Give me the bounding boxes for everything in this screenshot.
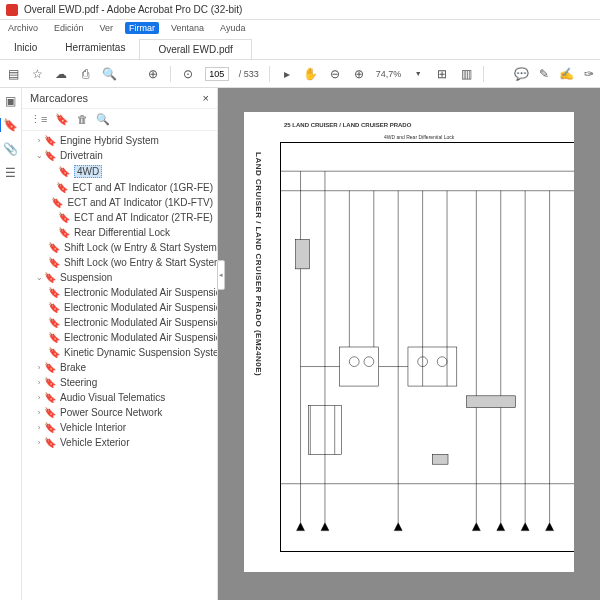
node-avt[interactable]: ›🔖Audio Visual Telematics [22,390,217,405]
window-title: Overall EWD.pdf - Adobe Acrobat Pro DC (… [24,4,242,15]
zoom-in-icon[interactable]: ⊕ [352,67,366,81]
bookmark-tree: ›🔖Engine Hybrid System ⌄🔖Drivetrain 🔖4WD… [22,131,217,600]
stamp-icon[interactable]: ✑ [584,67,594,81]
find-icon[interactable]: 🔍 [96,113,110,126]
cloud-icon[interactable]: ☁ [54,67,68,81]
zoom-out-icon[interactable]: ⊖ [328,67,342,81]
node-ect2[interactable]: 🔖ECT and AT Indicator (1KD-FTV) [22,195,217,210]
node-sl2[interactable]: 🔖Shift Lock (wo Entry & Start System) [22,255,217,270]
node-suspension[interactable]: ⌄🔖Suspension [22,270,217,285]
attachments-icon[interactable]: 📎 [3,142,18,156]
svg-rect-17 [467,396,516,408]
node-ect3[interactable]: 🔖ECT and AT Indicator (2TR-FE) [22,210,217,225]
menu-ver[interactable]: Ver [96,22,118,34]
page-number-input[interactable] [205,67,229,81]
menu-archivo[interactable]: Archivo [4,22,42,34]
main: ▣ 🔖 📎 ☰ Marcadores × ⋮≡ 🔖 🗑 🔍 ›🔖Engine H… [0,88,600,600]
pdf-icon [6,4,18,16]
hand-icon[interactable]: ✋ [304,67,318,81]
node-steering[interactable]: ›🔖Steering [22,375,217,390]
page-top-title: 25 LAND CRUISER / LAND CRUISER PRADO [284,122,411,128]
options-icon[interactable]: ⋮≡ [30,113,47,126]
svg-rect-18 [432,454,448,464]
pointer-icon[interactable]: ▸ [280,67,294,81]
svg-point-25 [437,357,447,367]
svg-rect-14 [340,347,379,386]
toolbar: ▤ ☆ ☁ ⎙ 🔍 ⊕ ⊙ / 533 ▸ ✋ ⊖ ⊕ 74,7% ▼ ⊞ ▥ … [0,60,600,88]
star-icon[interactable]: ☆ [30,67,44,81]
tab-herramientas[interactable]: Herramientas [51,42,139,53]
thumbnails-icon[interactable]: ▣ [5,94,16,108]
delete-icon[interactable]: 🗑 [77,113,88,126]
new-bookmark-icon[interactable]: 🔖 [55,113,69,126]
panel-tools: ⋮≡ 🔖 🗑 🔍 [22,109,217,131]
menu-ventana[interactable]: Ventana [167,22,208,34]
comment-icon[interactable]: 💬 [514,67,529,81]
highlight-icon[interactable]: ✎ [539,67,549,81]
sign-icon[interactable]: ✍ [559,67,574,81]
node-sl1[interactable]: 🔖Shift Lock (w Entry & Start System) [22,240,217,255]
bookmarks-icon[interactable]: 🔖 [0,118,18,132]
tabbar: Inicio Herramientas Overall EWD.pdf [0,36,600,60]
page-down-icon[interactable]: ⊙ [181,67,195,81]
node-kdss[interactable]: 🔖Kinetic Dynamic Suspension System [22,345,217,360]
svg-point-23 [364,357,374,367]
close-icon[interactable]: × [203,92,209,104]
menubar: Archivo Edición Ver Firmar Ventana Ayuda [0,20,600,36]
tab-inicio[interactable]: Inicio [0,42,51,53]
side-rail: ▣ 🔖 📎 ☰ [0,88,22,600]
fit-icon[interactable]: ⊞ [435,67,449,81]
layers-icon[interactable]: ☰ [5,166,16,180]
layout-icon[interactable]: ▥ [459,67,473,81]
node-ect1[interactable]: 🔖ECT and AT Indicator (1GR-FE) [22,180,217,195]
node-vint[interactable]: ›🔖Vehicle Interior [22,420,217,435]
bookmarks-panel: Marcadores × ⋮≡ 🔖 🗑 🔍 ›🔖Engine Hybrid Sy… [22,88,218,600]
svg-point-22 [349,357,359,367]
collapse-handle[interactable]: ◂ [217,260,225,290]
sidebar-toggle-icon[interactable]: ▤ [6,67,20,81]
node-engine[interactable]: ›🔖Engine Hybrid System [22,133,217,148]
print-icon[interactable]: ⎙ [78,67,92,81]
chevron-down-icon[interactable]: ▼ [411,67,425,81]
node-emas1[interactable]: 🔖Electronic Modulated Air Suspension ( [22,285,217,300]
page-subtitle: 4WD and Rear Differential Lock [384,134,454,140]
node-drivetrain[interactable]: ⌄🔖Drivetrain [22,148,217,163]
menu-ayuda[interactable]: Ayuda [216,22,249,34]
page-total: / 533 [239,69,259,79]
svg-rect-13 [296,240,310,269]
node-psn[interactable]: ›🔖Power Source Network [22,405,217,420]
node-emas4[interactable]: 🔖Electronic Modulated Air Suspension ( [22,330,217,345]
node-emas3[interactable]: 🔖Electronic Modulated Air Suspension ( [22,315,217,330]
node-brake[interactable]: ›🔖Brake [22,360,217,375]
panel-header: Marcadores × [22,88,217,109]
document-viewport[interactable]: LAND CRUISER / LAND CRUISER PRADO (EM24N… [218,88,600,600]
search-icon[interactable]: 🔍 [102,67,116,81]
pdf-page: LAND CRUISER / LAND CRUISER PRADO (EM24N… [244,112,574,572]
svg-rect-15 [408,347,457,386]
tab-document[interactable]: Overall EWD.pdf [139,39,251,59]
wiring-diagram [280,142,574,552]
menu-firmar[interactable]: Firmar [125,22,159,34]
panel-title: Marcadores [30,92,88,104]
titlebar: Overall EWD.pdf - Adobe Acrobat Pro DC (… [0,0,600,20]
node-rdl[interactable]: 🔖Rear Differential Lock [22,225,217,240]
node-4wd[interactable]: 🔖4WD [22,163,217,180]
page-up-icon[interactable]: ⊕ [146,67,160,81]
menu-edicion[interactable]: Edición [50,22,88,34]
zoom-value[interactable]: 74,7% [376,69,402,79]
node-emas2[interactable]: 🔖Electronic Modulated Air Suspension ( [22,300,217,315]
page-side-title: LAND CRUISER / LAND CRUISER PRADO (EM24N… [254,152,263,376]
node-vext[interactable]: ›🔖Vehicle Exterior [22,435,217,450]
